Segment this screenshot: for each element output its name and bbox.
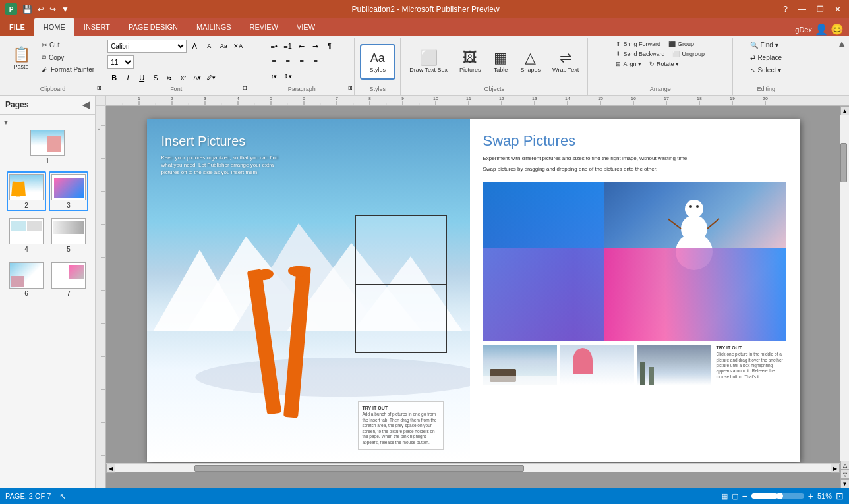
paragraph-marks-btn[interactable]: ¶	[323, 40, 336, 53]
align-left-btn[interactable]: ≡	[268, 55, 281, 68]
font-color-btn[interactable]: A▾	[190, 71, 204, 84]
tab-review[interactable]: REVIEW	[241, 18, 287, 36]
bold-btn[interactable]: B	[107, 71, 121, 84]
redo-button[interactable]: ↪	[48, 3, 57, 15]
italic-btn[interactable]: I	[121, 71, 134, 84]
paragraph-expand-icon[interactable]: ⊞	[348, 85, 353, 91]
zoom-in-btn[interactable]: +	[808, 491, 813, 501]
page-thumb-5[interactable]: 5	[49, 215, 88, 256]
page-thumb-2[interactable]: 2	[7, 171, 46, 211]
tab-view[interactable]: VIEW	[287, 18, 324, 36]
page-thumb-1[interactable]: 1	[28, 127, 67, 167]
format-painter-button[interactable]: 🖌 Format Painter	[37, 64, 99, 75]
ruler-row: 1 2 3 4 5 6 7 8	[96, 96, 849, 106]
numbered-list-btn[interactable]: ≡1	[281, 40, 295, 53]
align-center-btn[interactable]: ≡	[281, 55, 295, 68]
find-button[interactable]: 🔍 Find ▾	[746, 40, 782, 51]
page-group-1: ▼ 1	[3, 119, 92, 167]
minimize-button[interactable]: —	[796, 5, 809, 14]
clipboard-expand-icon[interactable]: ⊞	[97, 85, 102, 91]
hscroll-right-btn[interactable]: ▶	[831, 464, 840, 473]
page-thumb-3[interactable]: 3	[49, 171, 88, 211]
tab-home[interactable]: HOME	[34, 18, 74, 36]
page-thumb-4[interactable]: 4	[7, 215, 46, 256]
strikethrough-btn[interactable]: S	[149, 71, 162, 84]
scroll-track[interactable]	[840, 115, 849, 461]
emoji-icon[interactable]: 😊	[831, 23, 844, 36]
styles-button[interactable]: Aa Styles	[360, 44, 395, 80]
page-group-arrow[interactable]: ▼	[3, 119, 92, 126]
zoom-handle[interactable]	[776, 493, 783, 499]
font-expand-icon[interactable]: ⊞	[243, 85, 247, 91]
scroll-down-button[interactable]: ▼	[840, 479, 850, 488]
send-backward-button[interactable]: ⬇ Send Backward	[612, 49, 668, 59]
change-case-btn[interactable]: Aa	[217, 40, 230, 53]
decrease-indent-btn[interactable]: ⇤	[295, 40, 308, 53]
clear-format-btn[interactable]: ✕A	[231, 40, 245, 53]
scroll-page-up-btn[interactable]: △	[840, 461, 850, 470]
font-size-select[interactable]: 11	[107, 55, 134, 69]
select-button[interactable]: ↖ Select ▾	[746, 65, 786, 76]
group-button[interactable]: ⬛ Group	[665, 40, 697, 49]
paste-button[interactable]: 📋 Paste	[7, 40, 36, 78]
align-right-btn[interactable]: ≡	[295, 55, 308, 68]
subscript-btn[interactable]: x₂	[163, 71, 176, 84]
shapes-button[interactable]: △ Shapes	[516, 47, 546, 76]
table-button[interactable]: ▦ Table	[488, 47, 513, 76]
superscript-btn[interactable]: x²	[177, 71, 190, 84]
close-button[interactable]: ✕	[832, 5, 844, 14]
horizontal-scrollbar[interactable]: ◀ ▶	[106, 463, 840, 472]
hscroll-thumb[interactable]	[194, 465, 524, 472]
ribbon-collapse-button[interactable]: ▲	[837, 38, 846, 49]
bullet-list-btn[interactable]: ≡•	[268, 40, 281, 53]
fit-page-btn[interactable]: ⊡	[836, 491, 844, 501]
wrap-text-button[interactable]: ⇌ Wrap Text	[548, 47, 583, 76]
scroll-up-button[interactable]: ▲	[840, 106, 850, 115]
copy-button[interactable]: ⧉ Copy	[37, 51, 99, 63]
ungroup-button[interactable]: ⬜ Ungroup	[669, 49, 708, 59]
user-avatar[interactable]: 👤	[815, 23, 828, 36]
tab-mailings[interactable]: MAILINGS	[187, 18, 241, 36]
pictures-button[interactable]: 🖼 Pictures	[455, 47, 486, 76]
undo-button[interactable]: ↩	[36, 3, 45, 15]
view-normal-icon[interactable]: ▦	[721, 492, 728, 501]
align-button[interactable]: ⊟ Align ▾	[612, 59, 645, 69]
vertical-scrollbar[interactable]: ▲ △ ▽ ▼	[840, 106, 849, 488]
save-button[interactable]: 💾	[21, 3, 34, 15]
justify-btn[interactable]: ≡	[309, 55, 322, 68]
quick-access-dropdown[interactable]: ▼	[60, 3, 71, 15]
zoom-out-btn[interactable]: −	[742, 491, 747, 501]
vertical-ruler: 1 2	[96, 106, 106, 488]
para-spacing-btn[interactable]: ⇕▾	[281, 70, 295, 83]
font-size-increase-btn[interactable]: A	[188, 40, 201, 53]
bring-forward-button[interactable]: ⬆ Bring Forward	[612, 40, 664, 49]
line-spacing-btn[interactable]: ↕▾	[268, 70, 281, 83]
pages-collapse-button[interactable]: ◀	[82, 99, 90, 110]
svg-text:6: 6	[303, 96, 305, 101]
increase-indent-btn[interactable]: ⇥	[309, 40, 322, 53]
underline-btn[interactable]: U	[135, 71, 148, 84]
tab-file[interactable]: FILE	[0, 18, 34, 36]
scroll-thumb[interactable]	[840, 143, 847, 182]
highlight-btn[interactable]: 🖊▾	[204, 71, 218, 84]
page-thumb-7[interactable]: 7	[49, 260, 88, 300]
page-thumb-6[interactable]: 6	[7, 260, 46, 300]
cut-button[interactable]: ✂ Cut	[37, 40, 99, 51]
help-button[interactable]: ?	[780, 5, 790, 14]
photo-strip-2	[560, 345, 634, 385]
tab-page-design[interactable]: PAGE DESIGN	[119, 18, 187, 36]
replace-label: Replace	[757, 54, 782, 61]
tab-insert[interactable]: INSERT	[74, 18, 119, 36]
view-single-icon[interactable]: ▢	[732, 492, 738, 501]
replace-button[interactable]: ⇄ Replace	[746, 52, 786, 63]
scroll-canvas[interactable]: Insert Pictures Keep your pictures organ…	[106, 106, 840, 488]
restore-button[interactable]: ❐	[814, 5, 827, 14]
scroll-page-down-btn[interactable]: ▽	[840, 470, 850, 479]
font-name-select[interactable]: Calibri	[107, 40, 187, 53]
zoom-slider[interactable]	[751, 493, 804, 499]
hscroll-left-btn[interactable]: ◀	[106, 464, 115, 473]
hscroll-track[interactable]	[115, 464, 831, 472]
font-size-decrease-btn[interactable]: A	[202, 40, 216, 53]
rotate-button[interactable]: ↻ Rotate ▾	[646, 59, 682, 69]
draw-text-box-button[interactable]: ⬜ Draw Text Box	[405, 47, 452, 76]
